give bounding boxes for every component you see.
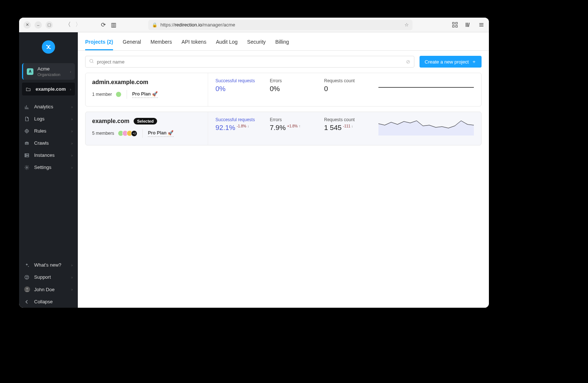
chevron-right-icon: › (71, 129, 73, 133)
tab-general[interactable]: General (123, 37, 141, 50)
main-content: Projects (2)GeneralMembersAPI tokensAudi… (78, 32, 489, 308)
plus-icon: ＋ (472, 58, 476, 65)
members-count: 1 member (92, 92, 112, 97)
svg-rect-2 (452, 25, 454, 27)
sidebar-item-analytics[interactable]: Analytics › (19, 101, 78, 113)
sparkline (378, 78, 474, 97)
chevron-right-icon: › (71, 165, 73, 170)
plan-label[interactable]: Pro Plan 🚀 (148, 130, 174, 137)
chart-icon (24, 104, 30, 109)
toolbar: ⊘ Create a new project ＋ (78, 51, 489, 69)
robot-icon (24, 141, 30, 146)
chevron-right-icon: › (71, 153, 73, 158)
chevron-right-icon: › (71, 263, 73, 267)
bookmark-star-icon[interactable]: ☆ (404, 22, 409, 28)
stat-count: Requests count 1 545-111 (324, 117, 364, 132)
svg-point-20 (26, 278, 27, 278)
tab-audit-log[interactable]: Audit Log (216, 37, 237, 50)
menu-icon[interactable] (478, 22, 484, 28)
sidebar-item-label: Crawls (34, 140, 67, 146)
help-icon (24, 275, 30, 280)
stat-delta: -111 (343, 124, 353, 128)
svg-rect-5 (467, 23, 468, 27)
sidebar-item-settings[interactable]: Settings › (19, 161, 78, 173)
project-stats: Successful requests 92.1%-1.8% Errors 7.… (208, 112, 481, 145)
chevron-right-icon: › (71, 141, 73, 145)
tab-billing[interactable]: Billing (275, 37, 289, 50)
project-summary: admin.example.com 1 member Pro Plan 🚀 (86, 73, 208, 106)
svg-point-23 (90, 59, 93, 62)
org-switcher[interactable]: A Acme Organization › (22, 63, 75, 80)
svg-point-22 (26, 288, 28, 290)
target-icon (24, 129, 30, 134)
svg-point-13 (27, 143, 28, 144)
sidebar-item-john-doe[interactable]: John Doe› (19, 283, 78, 296)
sidebar-item-what-s-new-[interactable]: What's new?› (19, 259, 78, 271)
project-card[interactable]: admin.example.com 1 member Pro Plan 🚀 Su… (85, 73, 482, 106)
stat-label: Successful requests (215, 78, 255, 83)
chevron-left-icon (24, 299, 30, 304)
window-minimize-button[interactable]: – (35, 21, 42, 29)
tab-api-tokens[interactable]: API tokens (181, 37, 206, 50)
sidebar-item-logs[interactable]: Logs › (19, 113, 78, 125)
sidebar-item-label: Rules (34, 128, 67, 134)
stat-count: Requests count 0 (324, 78, 364, 93)
create-project-button[interactable]: Create a new project ＋ (420, 56, 482, 68)
sidebar-item-label: Analytics (34, 104, 67, 109)
sidebar-item-collapse[interactable]: Collapse (19, 296, 78, 308)
shield-icon[interactable]: ▥ (110, 22, 117, 28)
search-icon (89, 59, 94, 65)
lock-icon: 🔒 (152, 22, 157, 28)
project-summary: example.com Selected 5 members +2 Pro Pl… (86, 112, 208, 145)
sidebar-item-rules[interactable]: Rules › (19, 125, 78, 137)
browser-chrome: ✕ – ▢ 〈 〉 ⟳ ▥ 🔒 https:// redirection.io … (19, 18, 489, 32)
project-name: example.com (36, 86, 66, 92)
sidebar-item-label: Support (34, 274, 67, 280)
gear-icon (24, 165, 30, 170)
stat-label: Requests count (324, 117, 364, 122)
nav-back-icon[interactable]: 〈 (65, 22, 71, 28)
stat-label: Requests count (324, 78, 364, 83)
sidebar: A Acme Organization › example.com › Anal… (19, 32, 78, 308)
chevron-right-icon: › (71, 105, 73, 109)
apps-grid-icon[interactable] (451, 22, 458, 28)
member-avatars: +2 (119, 130, 137, 137)
project-card[interactable]: example.com Selected 5 members +2 Pro Pl… (85, 112, 482, 145)
svg-point-17 (26, 156, 26, 156)
sparkle-icon (24, 263, 30, 268)
svg-rect-0 (452, 22, 454, 24)
url-bar[interactable]: 🔒 https:// redirection.io /manager/acme … (148, 20, 413, 30)
sidebar-item-support[interactable]: Support› (19, 271, 78, 283)
tab-security[interactable]: Security (247, 37, 266, 50)
project-name: example.com (92, 118, 129, 124)
clear-icon[interactable]: ⊘ (406, 59, 410, 65)
nav-forward-icon[interactable]: 〉 (75, 22, 81, 28)
tab-members[interactable]: Members (150, 37, 172, 50)
sidebar-item-instances[interactable]: Instances › (19, 149, 78, 161)
project-search-input[interactable] (97, 59, 406, 65)
file-icon (24, 116, 30, 122)
chevron-right-icon: › (71, 275, 73, 279)
tab-projects-[interactable]: Projects (2) (85, 37, 113, 50)
org-name: Acme (37, 66, 50, 72)
sidebar-item-label: Logs (34, 116, 67, 122)
sidebar-item-crawls[interactable]: Crawls › (19, 137, 78, 149)
svg-rect-1 (455, 22, 457, 24)
project-list: admin.example.com 1 member Pro Plan 🚀 Su… (78, 69, 489, 149)
plan-label[interactable]: Pro Plan 🚀 (132, 91, 158, 98)
chevron-right-icon: › (71, 117, 73, 121)
project-switcher[interactable]: example.com › (22, 83, 75, 95)
url-path: /manager/acme (202, 22, 235, 28)
reload-icon[interactable]: ⟳ (100, 22, 106, 28)
library-icon[interactable] (465, 22, 471, 28)
logo[interactable] (19, 32, 78, 62)
logo-badge (42, 40, 55, 54)
window-maximize-button[interactable]: ▢ (46, 21, 53, 29)
url-prefix: https:// (160, 22, 175, 28)
project-search[interactable]: ⊘ (85, 56, 414, 68)
stat-value: 1 545 (324, 124, 342, 131)
stat-value: 0% (215, 85, 225, 93)
project-stats: Successful requests 0% Errors 0% Request… (208, 73, 481, 106)
window-close-button[interactable]: ✕ (23, 21, 31, 29)
stat-successful: Successful requests 0% (215, 78, 255, 93)
